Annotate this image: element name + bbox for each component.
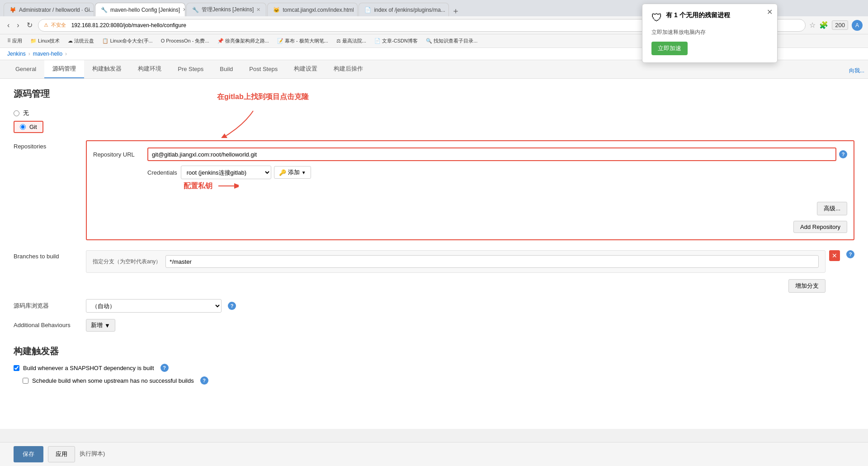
bookmark-cloud[interactable]: ☁ 法统云盘	[65, 37, 97, 45]
bookmark-csdn[interactable]: 📄 文章-CSDN博客	[372, 37, 420, 45]
schedule-help-icon[interactable]: ?	[200, 376, 208, 385]
delete-branch-button[interactable]: ✕	[829, 250, 840, 261]
bookmark-mubu[interactable]: 📝 幕布 - 极简大纲笔...	[274, 37, 331, 45]
snapshot-checkbox[interactable]	[14, 365, 19, 371]
snapshot-help-icon[interactable]: ?	[160, 364, 169, 372]
repo-url-input[interactable]	[147, 147, 836, 161]
bookmark-processon[interactable]: O ProcessOn - 免费...	[158, 37, 212, 45]
security-warning-icon: ⚠	[44, 22, 48, 28]
memory-popup: ✕ 🛡 有 1 个无用的残留进程 立即加速释放电脑内存 立即加速	[642, 4, 778, 63]
browser-control: （自动） ?	[86, 299, 854, 313]
popup-action-button[interactable]: 立即加速	[651, 42, 688, 55]
behaviours-row: Additional Behaviours 新增 ▼	[14, 319, 854, 332]
radio-git-option: Git	[14, 121, 43, 133]
repo-url-help-icon[interactable]: ?	[839, 150, 847, 158]
extensions-icon[interactable]: 🧩	[819, 21, 828, 29]
radio-none[interactable]	[14, 110, 19, 116]
breadcrumb-project[interactable]: maven-hello	[33, 51, 62, 57]
new-tab-button[interactable]: ＋	[452, 5, 460, 16]
popup-shield-icon: 🛡	[651, 11, 662, 24]
tab-4[interactable]: 🐱 tomcat.jiangxl.com/index.html ✕	[267, 3, 358, 16]
breadcrumb-jenkins[interactable]: Jenkins	[7, 51, 26, 57]
tab-3-favicon: 🔧	[192, 7, 199, 13]
bookmark-apps[interactable]: ⠿ 应用	[5, 37, 25, 45]
tab-env[interactable]: 构建环境	[130, 60, 170, 78]
tab-5-close[interactable]: ✕	[448, 7, 449, 13]
security-warning-text: 不安全	[51, 22, 66, 29]
branches-row: Branches to build 指定分支（为空时代表any） 增加分支 ✕ …	[14, 250, 854, 293]
source-section-title: 源码管理	[14, 88, 854, 100]
repositories-label: Repositories	[14, 140, 86, 150]
bookmark-court[interactable]: ⚖ 最高法院...	[334, 37, 369, 45]
more-link[interactable]: 向我...	[845, 65, 868, 76]
back-button[interactable]: ‹	[5, 19, 11, 31]
advanced-button[interactable]: 高级...	[817, 202, 847, 215]
annotation-arrow-2	[216, 179, 239, 193]
tab-source[interactable]: 源码管理	[44, 60, 84, 78]
radio-git[interactable]	[20, 124, 26, 130]
browser-row: 源码库浏览器 （自动） ?	[14, 299, 854, 313]
tab-1-label: Administrator / helloworld · Gi...	[19, 7, 94, 13]
schedule-checkbox[interactable]	[23, 378, 28, 384]
user-avatar[interactable]: A	[852, 20, 863, 31]
reload-button[interactable]: ↻	[25, 19, 34, 31]
tab-2-close[interactable]: ✕	[183, 7, 185, 13]
tab-3-label: 管理Jenkins [Jenkins]	[202, 6, 254, 14]
tab-presteps[interactable]: Pre Steps	[170, 61, 212, 78]
config-tabs: General 源码管理 构建触发器 构建环境 Pre Steps Build …	[0, 60, 868, 79]
bookmark-search[interactable]: 🔍 找知识查看子目录...	[423, 37, 480, 45]
snapshot-checkbox-row: Build whenever a SNAPSHOT dependency is …	[14, 364, 854, 372]
source-browser-select[interactable]: （自动）	[86, 299, 222, 313]
radio-none-option: 无	[14, 109, 854, 117]
tab-3-close[interactable]: ✕	[256, 7, 260, 13]
credentials-row: Credentials root (jenkins连接gitlab) 🔑 添加 …	[147, 166, 847, 179]
credentials-select[interactable]: root (jenkins连接gitlab)	[181, 166, 271, 179]
tab-5[interactable]: 📄 index of /jenkins/plugins/ma... ✕	[359, 3, 449, 16]
tab-triggers[interactable]: 构建触发器	[84, 60, 130, 78]
branches-control: 指定分支（为空时代表any） 增加分支 ✕ ?	[86, 250, 854, 293]
add-credentials-button[interactable]: 🔑 添加 ▼	[274, 166, 311, 179]
browser-label: 源码库浏览器	[14, 299, 86, 310]
repositories-row: Repositories Repository URL ? Credential…	[14, 140, 854, 244]
tab-4-close[interactable]: ✕	[357, 7, 358, 13]
popup-close-button[interactable]: ✕	[767, 8, 773, 16]
repo-url-row: Repository URL ?	[93, 147, 847, 161]
bookmark-linux[interactable]: 📁 Linux技术	[28, 37, 62, 45]
tab-3[interactable]: 🔧 管理Jenkins [Jenkins] ✕	[186, 3, 266, 16]
branch-field-label: 指定分支（为空时代表any）	[93, 258, 161, 266]
schedule-checkbox-row: Schedule build when some upstream has no…	[23, 376, 854, 385]
config-content: 源码管理 在gitlab上找到项目点击克隆 无 Git Repositories	[0, 79, 868, 429]
tab-settings[interactable]: 构建设置	[286, 60, 326, 78]
schedule-label: Schedule build when some upstream has no…	[32, 377, 194, 384]
tab-poststeps[interactable]: Post Steps	[241, 61, 286, 78]
bookmark-linux-cmd[interactable]: 📋 Linux命令大全(手...	[99, 37, 155, 45]
radio-git-label: Git	[29, 124, 37, 130]
tab-general[interactable]: General	[7, 61, 44, 78]
repos-box: Repository URL ? Credentials root (jenki…	[86, 140, 854, 240]
branch-box: 指定分支（为空时代表any）	[86, 250, 826, 273]
add-repository-button[interactable]: Add Repository	[793, 221, 847, 233]
branches-help-icon[interactable]: ?	[846, 250, 854, 258]
branches-label: Branches to build	[14, 250, 86, 260]
creds-label: Credentials	[147, 169, 177, 176]
tab-count: 200	[832, 20, 848, 30]
tab-2[interactable]: 🔧 maven-hello Config [Jenkins] ✕	[95, 3, 185, 16]
build-trigger-title: 构建触发器	[14, 345, 854, 357]
popup-subtitle: 立即加速释放电脑内存	[651, 29, 768, 36]
new-behaviour-button[interactable]: 新增 ▼	[86, 319, 115, 332]
tab-build[interactable]: Build	[212, 61, 241, 78]
snapshot-label: Build whenever a SNAPSHOT dependency is …	[23, 365, 154, 371]
tab-4-favicon: 🐱	[273, 7, 280, 13]
tab-1[interactable]: 🦊 Administrator / helloworld · Gi... ✕	[4, 3, 94, 16]
tab-postbuild[interactable]: 构建后操作	[326, 60, 371, 78]
new-dropdown-icon: ▼	[104, 322, 110, 329]
browser-help-icon[interactable]: ?	[228, 302, 236, 310]
tab-5-favicon: 📄	[364, 7, 371, 13]
add-branch-button[interactable]: 增加分支	[788, 279, 826, 293]
branch-input[interactable]	[165, 255, 819, 268]
branch-field-row: 指定分支（为空时代表any）	[93, 255, 819, 268]
forward-button[interactable]: ›	[15, 19, 21, 31]
breadcrumb-sep-1: ›	[28, 51, 30, 57]
bookmark-star-icon[interactable]: ☆	[809, 21, 816, 29]
bookmark-xuliang[interactable]: 📌 徐亮像架构师之路...	[215, 37, 272, 45]
